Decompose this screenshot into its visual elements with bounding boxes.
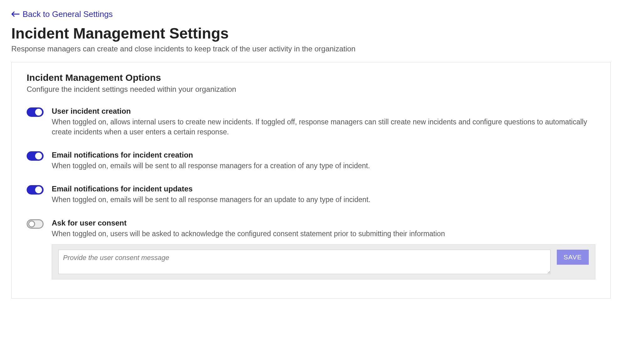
option-title: Email notifications for incident updates <box>52 185 595 193</box>
arrow-left-icon <box>11 9 19 19</box>
option-title: Email notifications for incident creatio… <box>52 151 595 159</box>
option-title: User incident creation <box>52 107 595 116</box>
back-link-label: Back to General Settings <box>23 9 113 19</box>
toggle-user-incident-creation[interactable] <box>27 107 44 117</box>
toggle-knob <box>35 109 42 116</box>
toggle-user-consent[interactable] <box>27 219 44 229</box>
toggle-email-updates[interactable] <box>27 185 44 195</box>
option-title: Ask for user consent <box>52 219 595 227</box>
back-link[interactable]: Back to General Settings <box>11 9 113 19</box>
option-user-consent: Ask for user consent When toggled on, us… <box>27 219 595 279</box>
consent-box: SAVE <box>52 244 595 279</box>
option-desc: When toggled on, emails will be sent to … <box>52 195 595 205</box>
option-desc: When toggled on, users will be asked to … <box>52 229 595 239</box>
consent-message-input[interactable] <box>58 250 551 274</box>
option-user-incident-creation: User incident creation When toggled on, … <box>27 107 595 137</box>
option-email-updates: Email notifications for incident updates… <box>27 185 595 205</box>
options-panel: Incident Management Options Configure th… <box>11 62 611 299</box>
save-button[interactable]: SAVE <box>557 250 589 265</box>
page-subtitle: Response managers can create and close i… <box>11 44 611 53</box>
toggle-knob <box>28 221 35 227</box>
toggle-knob <box>35 153 42 159</box>
option-email-creation: Email notifications for incident creatio… <box>27 151 595 171</box>
toggle-email-creation[interactable] <box>27 151 44 161</box>
option-desc: When toggled on, allows internal users t… <box>52 117 595 137</box>
toggle-knob <box>35 186 42 193</box>
option-desc: When toggled on, emails will be sent to … <box>52 161 595 171</box>
panel-title: Incident Management Options <box>27 72 595 83</box>
panel-subtitle: Configure the incident settings needed w… <box>27 85 595 94</box>
page-title: Incident Management Settings <box>11 25 611 42</box>
